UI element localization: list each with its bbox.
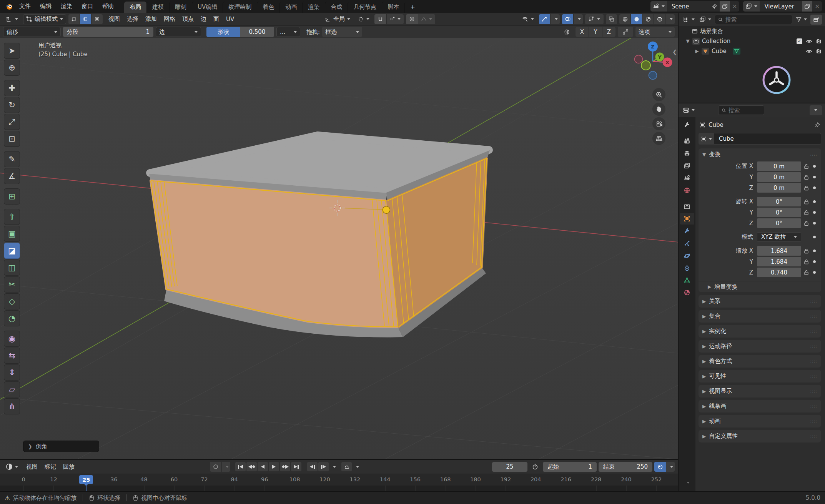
transform-value-field[interactable]: 0 m [757, 183, 801, 193]
zoom-button[interactable] [652, 88, 665, 101]
properties-editor-type-button[interactable] [682, 105, 696, 115]
lock-icon[interactable] [801, 221, 811, 226]
xray-toggle[interactable] [606, 14, 617, 24]
collapsed-panel[interactable]: ▶ 自定义属性 :::: [699, 430, 821, 442]
use-preview-range-toggle[interactable] [529, 462, 541, 472]
panel-grip[interactable]: :::: [810, 404, 817, 409]
lock-icon[interactable] [801, 175, 811, 180]
properties-options-dropdown[interactable] [810, 105, 822, 115]
collapsed-panel[interactable]: ▶ 线条画 :::: [699, 400, 821, 413]
new-viewlayer-button[interactable] [802, 1, 812, 12]
cursor-tool[interactable]: ⊕ [4, 60, 20, 76]
outliner-editor-type-button[interactable] [682, 15, 696, 25]
solid-shading-button[interactable] [631, 14, 642, 24]
panel-grip[interactable]: :::: [810, 359, 817, 364]
panel-grip[interactable]: :::: [810, 314, 817, 319]
transform-value-field[interactable]: 0° [757, 208, 801, 217]
workspace-tab[interactable]: 布局 [124, 2, 146, 13]
proportional-edit-toggle[interactable] [406, 14, 418, 24]
tab-world[interactable] [680, 185, 694, 196]
viewport-menu-item[interactable]: 视图 [105, 15, 123, 23]
mirror-axis-button[interactable]: Y [589, 27, 602, 37]
delete-scene-button[interactable]: ✕ [730, 1, 740, 12]
orientation-dropdown[interactable]: 全局 [322, 14, 353, 24]
shear-tool[interactable]: ▱ [4, 381, 20, 398]
timeline-menu-item[interactable]: 视图 [23, 463, 41, 471]
tab-collection[interactable] [680, 201, 694, 212]
workspace-tab[interactable]: 建模 [146, 2, 169, 13]
rendered-shading-button[interactable] [654, 14, 665, 24]
animate-dot[interactable] [813, 222, 816, 225]
tab-tool[interactable] [680, 119, 694, 131]
shading-dropdown[interactable] [665, 14, 675, 24]
tabs-scroll-down-icon[interactable] [680, 477, 694, 488]
collapsed-panel[interactable]: ▶ 动画 :::: [699, 415, 821, 427]
panel-grip[interactable]: :::: [810, 329, 817, 334]
play-reverse-button[interactable] [258, 462, 268, 471]
collapsed-panel[interactable]: ▶ 着色方式 :::: [699, 355, 821, 368]
camera-view-button[interactable] [652, 117, 665, 130]
edge-select-mode-button[interactable] [80, 14, 91, 24]
panel-grip[interactable]: :::: [810, 434, 817, 439]
outliner-search[interactable] [715, 15, 792, 24]
viewport-menu-item[interactable]: 顶点 [179, 15, 197, 23]
collapsed-panel[interactable]: ▶ 实例化 :::: [699, 325, 821, 338]
workspace-tab[interactable]: 合成 [325, 2, 348, 13]
lock-icon[interactable] [801, 248, 811, 254]
panel-grip[interactable]: :::: [810, 374, 817, 379]
viewport-canvas[interactable]: Z Y X 用户透视 (25) Cube | Cube ➤⊕✚↻⤢⊡✎∡⊞⇧▣◪… [0, 38, 678, 459]
new-scene-button[interactable] [720, 1, 730, 12]
segments-field[interactable]: 分段 1 [63, 27, 153, 37]
mode-dropdown[interactable]: 编辑模式 [23, 14, 66, 24]
animate-dot[interactable] [813, 176, 816, 178]
annotate-tool[interactable]: ✎ [4, 151, 20, 167]
outliner-search-input[interactable] [725, 16, 789, 23]
face-select-mode-button[interactable] [91, 14, 103, 24]
sync-dropdown[interactable] [353, 462, 360, 471]
snap-target-dropdown[interactable] [387, 14, 404, 24]
rip-region-tool[interactable]: ⋔ [4, 398, 20, 414]
frame-start-field[interactable]: 起始 1 [543, 462, 597, 472]
animate-dot[interactable] [813, 250, 816, 252]
drag-mode-dropdown[interactable]: 框选 [322, 27, 362, 37]
viewport-menu-item[interactable]: 边 [197, 15, 210, 23]
collapsed-panel[interactable]: ▶ 关系 :::: [699, 295, 821, 308]
timeline-track[interactable] [0, 486, 678, 491]
scene-selector[interactable] [650, 1, 667, 12]
scene-name[interactable]: Scene [667, 3, 709, 10]
viewport-menu-item[interactable]: 网格 [160, 15, 179, 23]
outliner-row-cube[interactable]: ▶ Cube [679, 46, 825, 56]
transform-panel-header[interactable]: ▼ 变换 :::: [699, 148, 821, 160]
animate-dot[interactable] [813, 260, 816, 263]
transform-value-field[interactable]: 0° [757, 218, 801, 228]
vertex-select-mode-button[interactable] [68, 14, 80, 24]
tab-viewlayer[interactable] [680, 160, 694, 171]
keying-dropdown[interactable] [666, 462, 675, 472]
smooth-tool[interactable]: ◉ [4, 331, 20, 347]
jump-to-end-button[interactable] [291, 462, 301, 471]
object-name-field[interactable]: Cube [714, 133, 821, 145]
autokey-dropdown[interactable] [222, 462, 230, 472]
lock-icon[interactable] [801, 185, 811, 191]
poly-build-tool[interactable]: ◇ [4, 293, 20, 309]
tab-scene[interactable] [680, 172, 694, 184]
transform-value-field[interactable]: 1.684 [757, 246, 801, 256]
workspace-tab[interactable]: 雕刻 [169, 2, 192, 13]
menu-item[interactable]: 编辑 [35, 0, 56, 13]
animate-dot[interactable] [813, 186, 816, 189]
tab-object-data[interactable] [680, 274, 694, 286]
playback-sync-icon[interactable] [341, 462, 352, 471]
transform-value-field[interactable]: 0 m [757, 161, 801, 171]
auto-keying-toggle[interactable] [210, 462, 221, 472]
extrude-region-tool[interactable]: ⇧ [4, 209, 20, 225]
tweak-select-tool[interactable]: ➤ [4, 43, 20, 59]
gizmo-dropdown[interactable] [551, 14, 560, 24]
overlays-dropdown[interactable] [574, 14, 583, 24]
camera-icon[interactable] [816, 48, 822, 54]
menu-item[interactable]: 窗口 [77, 0, 98, 13]
snap-toggle-button[interactable] [374, 14, 386, 24]
transform-value-field[interactable]: 0° [757, 197, 801, 206]
mirror-axis-button[interactable]: Z [602, 27, 615, 37]
object-visibility-dropdown[interactable] [519, 14, 537, 24]
inset-faces-tool[interactable]: ▣ [4, 226, 20, 242]
